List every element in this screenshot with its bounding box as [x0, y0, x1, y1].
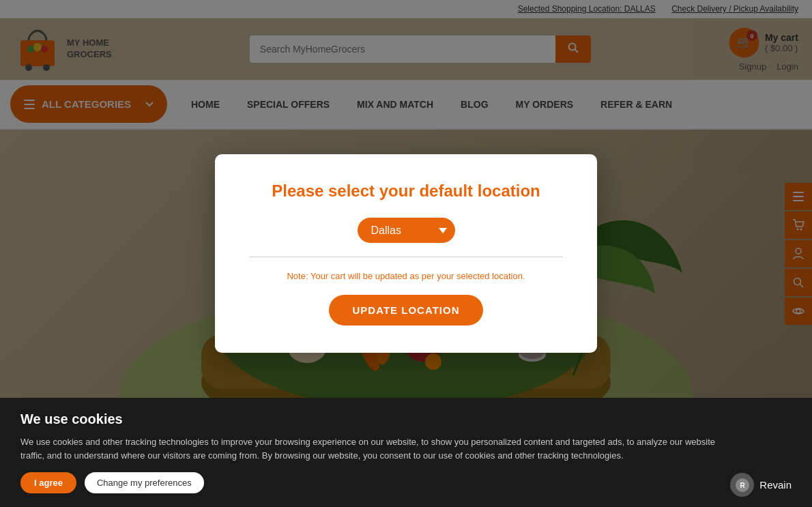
cookie-title: We use cookies [20, 411, 792, 427]
modal-note: Note: Your cart will be updated as per y… [249, 271, 563, 281]
revain-icon: R [730, 473, 754, 497]
modal-title: Please select your default location [249, 182, 563, 201]
svg-text:R: R [740, 482, 745, 489]
revain-logo: R Revain [730, 473, 792, 497]
location-modal: Please select your default location Dall… [215, 154, 597, 353]
change-preferences-button[interactable]: Change my preferences [85, 472, 204, 493]
agree-button[interactable]: I agree [20, 472, 76, 493]
cookie-banner: We use cookies We use cookies and other … [0, 398, 812, 507]
update-location-button[interactable]: UPDATE LOCATION [329, 295, 484, 325]
modal-divider [249, 257, 563, 257]
location-select[interactable]: Dallas Houston Austin San Antonio [358, 218, 455, 243]
revain-icon-svg: R [735, 478, 750, 493]
revain-label: Revain [759, 479, 792, 491]
cookie-buttons: I agree Change my preferences [20, 472, 792, 493]
cookie-text: We use cookies and other tracking techno… [20, 435, 737, 462]
